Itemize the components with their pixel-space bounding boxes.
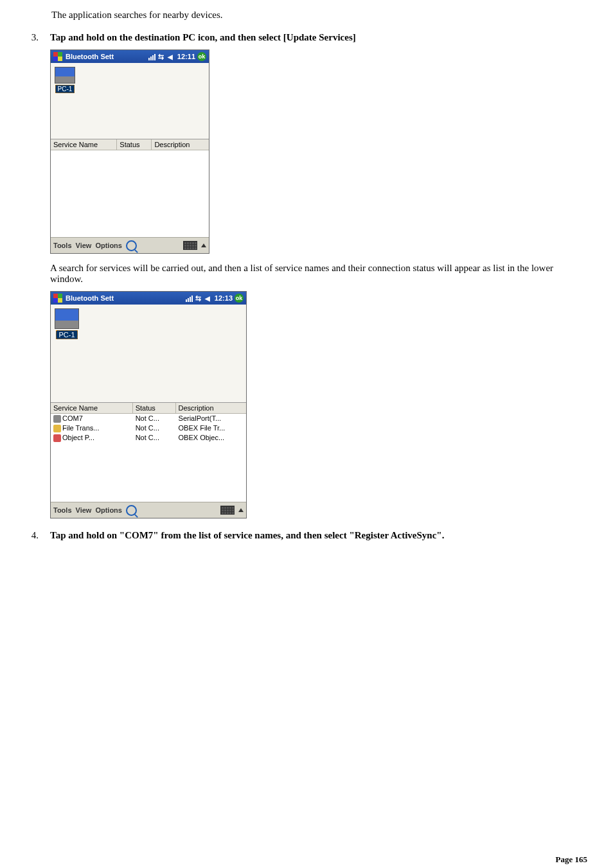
search-icon[interactable] <box>126 505 137 516</box>
step-4: 4. Tap and hold on "COM7" from the list … <box>26 530 587 541</box>
service-row[interactable]: File Trans... Not C... OBEX File Tr... <box>51 423 246 433</box>
page-number: Page 165 <box>556 855 587 865</box>
step-instruction: Tap and hold on the destination PC icon,… <box>50 32 587 43</box>
table-header: Service Name Status Description <box>51 139 209 150</box>
col-description[interactable]: Description <box>176 403 246 413</box>
table-body: COM7 Not C... SerialPort(T... File Trans… <box>51 414 246 502</box>
search-icon[interactable] <box>126 240 137 251</box>
menu-view[interactable]: View <box>76 506 92 514</box>
col-service-name[interactable]: Service Name <box>51 139 117 150</box>
window-titlebar: Bluetooth Sett 12:11 ok <box>51 50 209 63</box>
services-table: Service Name Status Description <box>51 139 209 237</box>
window-title: Bluetooth Sett <box>66 294 114 302</box>
col-service-name[interactable]: Service Name <box>51 403 133 413</box>
screenshot-1: Bluetooth Sett 12:11 ok PC-1 Service Nam… <box>50 49 209 254</box>
speaker-icon <box>205 294 213 302</box>
window-titlebar: Bluetooth Sett 12:13 ok <box>51 292 246 305</box>
screenshot-2: Bluetooth Sett 12:13 ok PC-1 Service Nam… <box>50 291 247 518</box>
pc-icon <box>55 67 75 84</box>
sync-icon <box>195 294 203 302</box>
window-title: Bluetooth Sett <box>66 53 114 60</box>
speaker-icon <box>168 53 175 60</box>
serial-port-icon <box>53 415 61 423</box>
step-number: 4. <box>26 530 39 541</box>
pc-icon <box>55 308 79 329</box>
menu-options[interactable]: Options <box>95 242 122 249</box>
sync-icon <box>158 53 166 60</box>
services-table: Service Name Status Description COM7 Not… <box>51 402 246 502</box>
col-description[interactable]: Description <box>152 139 209 150</box>
step-3: 3. Tap and hold on the destination PC ic… <box>26 32 587 43</box>
sip-arrow-icon[interactable] <box>238 508 244 512</box>
col-status[interactable]: Status <box>133 403 176 413</box>
device-label: PC-1 <box>56 330 77 339</box>
ok-button[interactable]: ok <box>197 52 206 61</box>
service-row[interactable]: Object P... Not C... OBEX Objec... <box>51 433 246 443</box>
step-number: 3. <box>26 32 39 43</box>
clock: 12:11 <box>177 53 195 60</box>
start-flag-icon[interactable] <box>53 294 62 303</box>
table-body-empty <box>51 150 209 237</box>
device-label: PC-1 <box>55 85 75 93</box>
ok-button[interactable]: ok <box>235 294 244 303</box>
menubar: Tools View Options <box>51 237 209 253</box>
signal-icon <box>148 53 156 60</box>
clock: 12:13 <box>215 294 233 302</box>
device-pc-1[interactable]: PC-1 <box>55 67 75 93</box>
step-instruction: Tap and hold on "COM7" from the list of … <box>50 530 587 541</box>
devices-pane: PC-1 <box>51 63 209 139</box>
object-push-icon <box>53 434 61 442</box>
service-row[interactable]: COM7 Not C... SerialPort(T... <box>51 414 246 423</box>
col-status[interactable]: Status <box>117 139 152 150</box>
menu-view[interactable]: View <box>76 242 92 249</box>
file-transfer-icon <box>53 425 61 432</box>
menu-tools[interactable]: Tools <box>53 506 72 514</box>
menubar: Tools View Options <box>51 502 246 518</box>
start-flag-icon[interactable] <box>53 52 62 61</box>
signal-icon <box>186 294 193 302</box>
between-text: A search for services will be carried ou… <box>50 263 587 285</box>
menu-options[interactable]: Options <box>95 506 122 514</box>
devices-pane: PC-1 <box>51 305 246 402</box>
keyboard-icon[interactable] <box>183 241 197 250</box>
sip-arrow-icon[interactable] <box>201 244 206 247</box>
device-pc-1[interactable]: PC-1 <box>55 308 79 339</box>
menu-tools[interactable]: Tools <box>53 242 72 249</box>
table-header: Service Name Status Description <box>51 403 246 414</box>
keyboard-icon[interactable] <box>220 506 235 515</box>
intro-text: The application searches for nearby devi… <box>51 10 587 21</box>
